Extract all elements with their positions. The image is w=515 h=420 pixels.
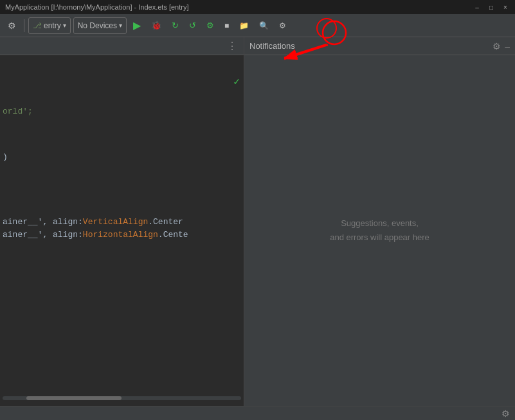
code-paren-text: ) (3, 151, 8, 164)
build-button[interactable]: ⚙ (203, 17, 218, 34)
code-panel: ⋮ ✓ orld'; ) ainer__', align: VerticalAl… (0, 37, 244, 406)
no-devices-label: No Devices (78, 21, 117, 30)
code-halign-class: HorizontalAlign (83, 229, 158, 242)
code-valign-dot: .Center (148, 216, 183, 229)
refresh-icon: ↻ (172, 21, 179, 30)
entry-dropdown-button[interactable]: ⎇ entry ▾ (28, 17, 71, 34)
code-valign-text: ainer__', align: (3, 216, 83, 229)
entry-dropdown-icon: ▾ (63, 22, 66, 29)
bug-button[interactable]: 🐞 (147, 17, 165, 34)
bottom-settings-icon[interactable]: ⚙ (501, 408, 510, 419)
code-halign-text: ainer__', align: (3, 229, 83, 242)
stop-button[interactable]: ■ (221, 17, 233, 34)
more-button[interactable]: ⚙ (275, 17, 290, 34)
code-panel-menu-icon[interactable]: ⋮ (224, 39, 240, 53)
window-controls: – □ × (473, 3, 510, 12)
main-toolbar: ⚙ ⎇ entry ▾ No Devices ▾ ▶ 🐞 ↻ ↺ ⚙ ■ 📁 🔍… (0, 14, 515, 37)
no-devices-button[interactable]: No Devices ▾ (73, 17, 127, 34)
scrollbar-area[interactable] (0, 396, 244, 401)
play-icon: ▶ (133, 19, 141, 31)
folder-button[interactable]: 📁 (235, 17, 253, 34)
code-panel-header: ⋮ (0, 37, 244, 55)
search-button[interactable]: 🔍 (255, 17, 273, 34)
play-button[interactable]: ▶ (129, 17, 145, 34)
title-bar: MyApplication [I:\homony\MyApplication] … (0, 0, 515, 14)
entry-label: entry (44, 21, 61, 30)
search-icon: 🔍 (259, 21, 269, 30)
bug-icon: 🐞 (151, 21, 161, 30)
refresh-button[interactable]: ↻ (168, 17, 183, 34)
scrollbar-track (3, 396, 241, 400)
code-halign-dot: .Cente (158, 229, 188, 242)
notifications-empty-text: Suggestions, events, and errors will app… (330, 216, 429, 245)
refresh2-icon: ↺ (189, 21, 196, 30)
toolbar-separator-1 (24, 19, 24, 32)
code-line-1 (3, 60, 241, 73)
minimize-button[interactable]: – (473, 3, 482, 12)
notifications-empty-line2: and errors will appear here (330, 231, 429, 245)
notifications-title: Notifications (249, 41, 295, 51)
notifications-close-icon[interactable]: – (505, 41, 510, 51)
code-line-valign: ainer__', align: VerticalAlign .Center (3, 216, 241, 229)
notifications-body: Suggestions, events, and errors will app… (244, 55, 515, 406)
code-line-world: orld'; (3, 105, 241, 119)
maximize-button[interactable]: □ (487, 3, 496, 12)
code-world-text: orld'; (3, 105, 33, 119)
code-content: ✓ orld'; ) ainer__', align: VerticalAlig… (0, 55, 244, 247)
scrollbar-thumb[interactable] (26, 396, 122, 400)
gear-icon: ⚙ (8, 21, 16, 31)
no-devices-dropdown-icon: ▾ (119, 22, 122, 29)
folder-icon: 📁 (239, 21, 249, 30)
window-title: MyApplication [I:\homony\MyApplication] … (5, 3, 473, 11)
notifications-empty-line1: Suggestions, events, (330, 216, 429, 231)
notifications-settings-icon[interactable]: ⚙ (492, 41, 501, 51)
stop-icon: ■ (224, 21, 229, 30)
branch-icon: ⎇ (33, 21, 42, 30)
main-area: ⋮ ✓ orld'; ) ainer__', align: VerticalAl… (0, 37, 515, 406)
notifications-header: Notifications ⚙ – (244, 37, 515, 55)
code-line-paren: ) (3, 151, 241, 164)
notifications-panel: Notifications ⚙ – Suggestions, events, a… (244, 37, 515, 406)
code-line-2 (3, 73, 241, 86)
refresh2-button[interactable]: ↺ (185, 17, 200, 34)
code-valign-class: VerticalAlign (83, 216, 148, 229)
checkmark-icon: ✓ (233, 74, 240, 91)
build-icon: ⚙ (206, 21, 214, 30)
bottom-bar: ⚙ (0, 406, 515, 420)
settings-button[interactable]: ⚙ (4, 17, 20, 34)
close-button[interactable]: × (501, 3, 510, 12)
code-line-halign: ainer__', align: HorizontalAlign .Cente (3, 229, 241, 242)
notifications-header-icons: ⚙ – (492, 41, 510, 51)
more-icon: ⚙ (279, 21, 286, 30)
